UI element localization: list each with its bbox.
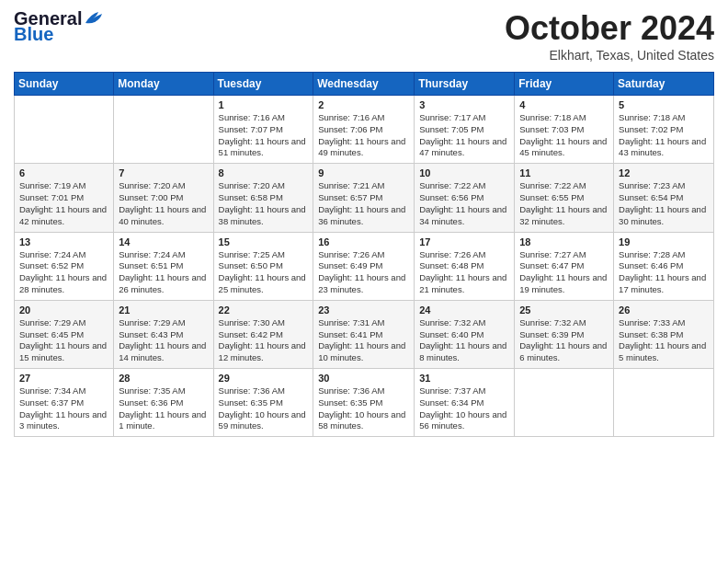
day-info: Sunrise: 7:18 AM Sunset: 7:02 PM Dayligh… bbox=[619, 112, 709, 159]
calendar-cell: 9Sunrise: 7:21 AM Sunset: 6:57 PM Daylig… bbox=[313, 164, 415, 232]
day-info: Sunrise: 7:23 AM Sunset: 6:54 PM Dayligh… bbox=[619, 180, 709, 227]
day-number: 14 bbox=[119, 236, 208, 247]
day-info: Sunrise: 7:26 AM Sunset: 6:48 PM Dayligh… bbox=[419, 249, 509, 296]
calendar-cell bbox=[614, 369, 714, 437]
calendar-cell: 31Sunrise: 7:37 AM Sunset: 6:34 PM Dayli… bbox=[415, 369, 515, 437]
day-info: Sunrise: 7:28 AM Sunset: 6:46 PM Dayligh… bbox=[619, 249, 709, 296]
day-info: Sunrise: 7:22 AM Sunset: 6:55 PM Dayligh… bbox=[519, 180, 609, 227]
day-number: 15 bbox=[219, 236, 309, 247]
calendar-cell: 17Sunrise: 7:26 AM Sunset: 6:48 PM Dayli… bbox=[415, 232, 515, 300]
day-number: 21 bbox=[119, 304, 208, 316]
title-block: October 2024 Elkhart, Texas, United Stat… bbox=[505, 9, 714, 63]
weekday-header-cell: Sunday bbox=[15, 73, 114, 96]
page: General Blue October 2024 Elkhart, Texas… bbox=[0, 0, 728, 563]
day-info: Sunrise: 7:27 AM Sunset: 6:47 PM Dayligh… bbox=[519, 249, 609, 296]
calendar-cell: 19Sunrise: 7:28 AM Sunset: 6:46 PM Dayli… bbox=[614, 232, 714, 300]
calendar-cell: 7Sunrise: 7:20 AM Sunset: 7:00 PM Daylig… bbox=[114, 164, 213, 232]
calendar-cell: 23Sunrise: 7:31 AM Sunset: 6:41 PM Dayli… bbox=[313, 300, 415, 368]
day-number: 31 bbox=[419, 373, 509, 384]
day-info: Sunrise: 7:20 AM Sunset: 7:00 PM Dayligh… bbox=[119, 180, 208, 227]
calendar-cell bbox=[114, 96, 213, 164]
day-info: Sunrise: 7:16 AM Sunset: 7:07 PM Dayligh… bbox=[219, 112, 309, 159]
day-number: 30 bbox=[318, 373, 409, 384]
day-info: Sunrise: 7:29 AM Sunset: 6:45 PM Dayligh… bbox=[19, 317, 108, 364]
calendar-cell: 18Sunrise: 7:27 AM Sunset: 6:47 PM Dayli… bbox=[515, 232, 614, 300]
calendar-week-row: 13Sunrise: 7:24 AM Sunset: 6:52 PM Dayli… bbox=[15, 232, 714, 300]
day-number: 29 bbox=[219, 373, 309, 384]
day-info: Sunrise: 7:31 AM Sunset: 6:41 PM Dayligh… bbox=[318, 317, 409, 364]
weekday-header-cell: Tuesday bbox=[213, 73, 313, 96]
day-info: Sunrise: 7:24 AM Sunset: 6:52 PM Dayligh… bbox=[19, 249, 108, 296]
day-info: Sunrise: 7:20 AM Sunset: 6:58 PM Dayligh… bbox=[219, 180, 309, 227]
calendar-cell: 5Sunrise: 7:18 AM Sunset: 7:02 PM Daylig… bbox=[614, 96, 714, 164]
day-number: 24 bbox=[419, 304, 509, 316]
day-number: 10 bbox=[419, 167, 509, 178]
day-number: 25 bbox=[519, 304, 609, 316]
calendar-cell: 3Sunrise: 7:17 AM Sunset: 7:05 PM Daylig… bbox=[415, 96, 515, 164]
day-number: 3 bbox=[419, 99, 509, 110]
day-number: 22 bbox=[219, 304, 309, 316]
day-number: 17 bbox=[419, 236, 509, 247]
day-info: Sunrise: 7:26 AM Sunset: 6:49 PM Dayligh… bbox=[318, 249, 409, 296]
calendar-cell: 4Sunrise: 7:18 AM Sunset: 7:03 PM Daylig… bbox=[515, 96, 614, 164]
day-number: 20 bbox=[19, 304, 108, 316]
header: General Blue October 2024 Elkhart, Texas… bbox=[14, 9, 714, 63]
day-number: 13 bbox=[19, 236, 108, 247]
calendar-cell: 15Sunrise: 7:25 AM Sunset: 6:50 PM Dayli… bbox=[213, 232, 313, 300]
calendar-cell: 6Sunrise: 7:19 AM Sunset: 7:01 PM Daylig… bbox=[15, 164, 114, 232]
weekday-header-row: SundayMondayTuesdayWednesdayThursdayFrid… bbox=[15, 73, 714, 96]
day-info: Sunrise: 7:17 AM Sunset: 7:05 PM Dayligh… bbox=[419, 112, 509, 159]
calendar-cell: 10Sunrise: 7:22 AM Sunset: 6:56 PM Dayli… bbox=[415, 164, 515, 232]
logo: General Blue bbox=[14, 9, 104, 45]
day-info: Sunrise: 7:32 AM Sunset: 6:40 PM Dayligh… bbox=[419, 317, 509, 364]
weekday-header-cell: Thursday bbox=[415, 73, 515, 96]
calendar-cell: 25Sunrise: 7:32 AM Sunset: 6:39 PM Dayli… bbox=[515, 300, 614, 368]
calendar-cell: 22Sunrise: 7:30 AM Sunset: 6:42 PM Dayli… bbox=[213, 300, 313, 368]
calendar-cell: 24Sunrise: 7:32 AM Sunset: 6:40 PM Dayli… bbox=[415, 300, 515, 368]
calendar-cell: 16Sunrise: 7:26 AM Sunset: 6:49 PM Dayli… bbox=[313, 232, 415, 300]
day-number: 26 bbox=[619, 304, 709, 316]
day-number: 1 bbox=[219, 99, 309, 110]
calendar-cell: 2Sunrise: 7:16 AM Sunset: 7:06 PM Daylig… bbox=[313, 96, 415, 164]
day-info: Sunrise: 7:34 AM Sunset: 6:37 PM Dayligh… bbox=[19, 385, 108, 432]
day-info: Sunrise: 7:35 AM Sunset: 6:36 PM Dayligh… bbox=[119, 385, 208, 432]
day-info: Sunrise: 7:29 AM Sunset: 6:43 PM Dayligh… bbox=[119, 317, 208, 364]
weekday-header-cell: Saturday bbox=[614, 73, 714, 96]
calendar-table: SundayMondayTuesdayWednesdayThursdayFrid… bbox=[14, 72, 714, 437]
calendar-cell: 30Sunrise: 7:36 AM Sunset: 6:35 PM Dayli… bbox=[313, 369, 415, 437]
day-number: 8 bbox=[219, 167, 309, 178]
day-number: 9 bbox=[318, 167, 409, 178]
day-info: Sunrise: 7:22 AM Sunset: 6:56 PM Dayligh… bbox=[419, 180, 509, 227]
calendar-cell: 28Sunrise: 7:35 AM Sunset: 6:36 PM Dayli… bbox=[114, 369, 213, 437]
calendar-cell: 13Sunrise: 7:24 AM Sunset: 6:52 PM Dayli… bbox=[15, 232, 114, 300]
logo-bird-icon bbox=[84, 10, 104, 27]
calendar-cell: 21Sunrise: 7:29 AM Sunset: 6:43 PM Dayli… bbox=[114, 300, 213, 368]
day-number: 18 bbox=[519, 236, 609, 247]
day-info: Sunrise: 7:18 AM Sunset: 7:03 PM Dayligh… bbox=[519, 112, 609, 159]
day-number: 2 bbox=[318, 99, 409, 110]
calendar-cell: 27Sunrise: 7:34 AM Sunset: 6:37 PM Dayli… bbox=[15, 369, 114, 437]
day-number: 16 bbox=[318, 236, 409, 247]
calendar-cell bbox=[15, 96, 114, 164]
calendar-cell: 26Sunrise: 7:33 AM Sunset: 6:38 PM Dayli… bbox=[614, 300, 714, 368]
calendar-cell: 20Sunrise: 7:29 AM Sunset: 6:45 PM Dayli… bbox=[15, 300, 114, 368]
calendar-cell: 29Sunrise: 7:36 AM Sunset: 6:35 PM Dayli… bbox=[213, 369, 313, 437]
calendar-cell: 8Sunrise: 7:20 AM Sunset: 6:58 PM Daylig… bbox=[213, 164, 313, 232]
calendar-cell: 1Sunrise: 7:16 AM Sunset: 7:07 PM Daylig… bbox=[213, 96, 313, 164]
day-number: 11 bbox=[519, 167, 609, 178]
weekday-header-cell: Friday bbox=[515, 73, 614, 96]
day-number: 6 bbox=[19, 167, 108, 178]
calendar-week-row: 1Sunrise: 7:16 AM Sunset: 7:07 PM Daylig… bbox=[15, 96, 714, 164]
day-number: 12 bbox=[619, 167, 709, 178]
day-info: Sunrise: 7:16 AM Sunset: 7:06 PM Dayligh… bbox=[318, 112, 409, 159]
weekday-header-cell: Monday bbox=[114, 73, 213, 96]
day-number: 27 bbox=[19, 373, 108, 384]
weekday-header-cell: Wednesday bbox=[313, 73, 415, 96]
day-number: 28 bbox=[119, 373, 208, 384]
day-number: 5 bbox=[619, 99, 709, 110]
day-info: Sunrise: 7:24 AM Sunset: 6:51 PM Dayligh… bbox=[119, 249, 208, 296]
day-info: Sunrise: 7:25 AM Sunset: 6:50 PM Dayligh… bbox=[219, 249, 309, 296]
day-info: Sunrise: 7:36 AM Sunset: 6:35 PM Dayligh… bbox=[219, 385, 309, 432]
day-info: Sunrise: 7:19 AM Sunset: 7:01 PM Dayligh… bbox=[19, 180, 108, 227]
calendar-week-row: 20Sunrise: 7:29 AM Sunset: 6:45 PM Dayli… bbox=[15, 300, 714, 368]
